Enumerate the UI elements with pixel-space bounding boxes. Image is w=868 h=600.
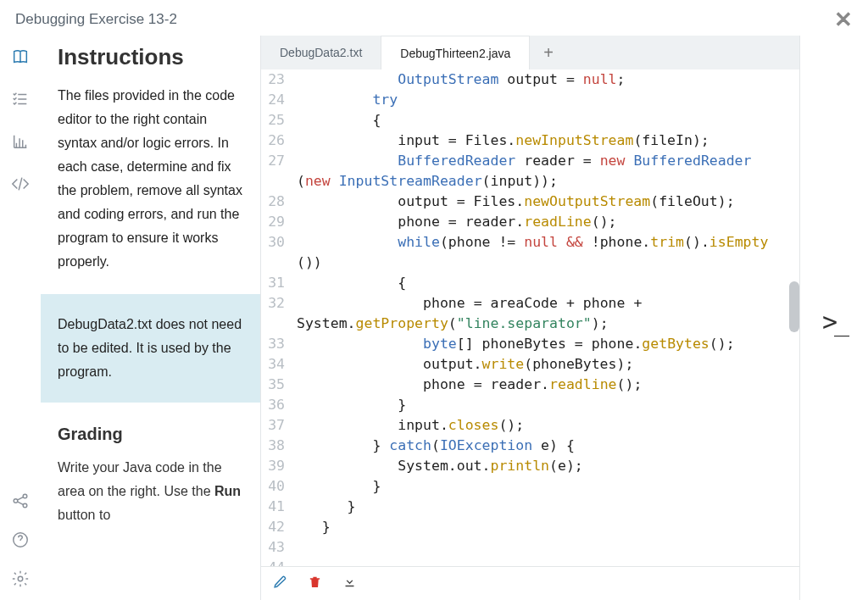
line-number: 27 (261, 151, 293, 171)
code-line[interactable]: 35 phone = reader.readline(); (261, 375, 799, 395)
line-number (261, 314, 293, 334)
code-text[interactable]: BufferedReader reader = new BufferedRead… (293, 151, 751, 171)
editor-tabs: DebugData2.txt DebugThirteen2.java + (261, 36, 799, 69)
line-number: 40 (261, 476, 293, 497)
line-number: 34 (261, 354, 293, 375)
line-number (261, 253, 293, 273)
grading-heading: Grading (58, 425, 243, 444)
code-line[interactable]: 28 output = Files.newOutputStream(fileOu… (261, 192, 799, 212)
line-number: 43 (261, 537, 293, 558)
chart-icon[interactable] (11, 132, 30, 154)
code-line[interactable]: 27 BufferedReader reader = new BufferedR… (261, 151, 799, 171)
edit-icon[interactable] (273, 575, 287, 592)
code-icon[interactable] (11, 175, 30, 197)
code-line[interactable]: 24 try (261, 90, 799, 110)
gear-icon[interactable] (11, 569, 30, 592)
code-text[interactable]: phone = reader.readLine(); (293, 212, 617, 232)
line-number: 33 (261, 334, 293, 354)
code-text[interactable]: while(phone != null && !phone.trim().isE… (293, 232, 768, 253)
code-line[interactable]: 25 { (261, 110, 799, 131)
tab-debugdata2[interactable]: DebugData2.txt (261, 36, 381, 69)
code-area[interactable]: 23 OutputStream output = null;24 try25 {… (261, 69, 799, 566)
code-text[interactable]: System.getProperty("line.separator"); (293, 314, 609, 334)
code-line[interactable]: 34 output.write(phoneBytes); (261, 354, 799, 375)
code-text[interactable]: input = Files.newInputStream(fileIn); (293, 131, 709, 151)
code-line[interactable]: 36 } (261, 395, 799, 415)
editor-footer (261, 566, 799, 600)
code-line[interactable]: 43 (261, 537, 799, 558)
help-icon[interactable] (11, 531, 30, 553)
line-number: 37 (261, 415, 293, 436)
code-line[interactable]: 37 input.closes(); (261, 415, 799, 436)
line-number: 36 (261, 395, 293, 415)
code-line[interactable]: 23 OutputStream output = null; (261, 69, 799, 90)
code-line[interactable]: 31 { (261, 273, 799, 293)
code-text[interactable]: phone = reader.readline(); (293, 375, 642, 395)
line-number: 24 (261, 90, 293, 110)
close-icon[interactable]: ✕ (834, 8, 853, 31)
code-text[interactable]: } (293, 517, 331, 537)
code-text[interactable]: output = Files.newOutputStream(fileOut); (293, 192, 735, 212)
instructions-note: DebugData2.txt does not need to be edite… (41, 294, 260, 403)
grading-section: Grading Write your Java code in the area… (41, 403, 260, 527)
instructions-panel: Instructions The files provided in the c… (41, 36, 261, 600)
line-number: 29 (261, 212, 293, 232)
icon-rail-bottom (11, 492, 30, 592)
code-line[interactable]: 44 (261, 558, 799, 566)
code-text[interactable] (293, 558, 297, 566)
code-text[interactable]: phone = areaCode + phone + (293, 293, 642, 314)
header: Debugging Exercise 13-2 ✕ (0, 0, 868, 36)
code-text[interactable]: } (293, 497, 356, 517)
terminal-icon[interactable]: >_ (822, 307, 846, 336)
icon-rail (0, 36, 41, 600)
book-icon[interactable] (11, 47, 30, 69)
code-text[interactable]: try (293, 90, 398, 110)
line-number: 44 (261, 558, 293, 566)
code-line[interactable]: 29 phone = reader.readLine(); (261, 212, 799, 232)
code-line[interactable]: System.getProperty("line.separator"); (261, 314, 799, 334)
share-icon[interactable] (11, 492, 30, 514)
code-line[interactable]: (new InputStreamReader(input)); (261, 171, 799, 192)
line-number: 28 (261, 192, 293, 212)
tab-debugthirteen2[interactable]: DebugThirteen2.java (381, 36, 530, 69)
code-text[interactable]: byte[] phoneBytes = phone.getBytes(); (293, 334, 735, 354)
code-text[interactable]: (new InputStreamReader(input)); (293, 171, 558, 192)
code-text[interactable]: } catch(IOException e) { (293, 436, 575, 456)
add-tab-button[interactable]: + (530, 43, 567, 63)
terminal-rail[interactable]: >_ (800, 36, 868, 600)
trash-icon[interactable] (308, 575, 322, 592)
code-line[interactable]: 38 } catch(IOException e) { (261, 436, 799, 456)
code-text[interactable]: { (293, 110, 381, 131)
code-line[interactable]: ()) (261, 253, 799, 273)
code-text[interactable]: OutputStream output = null; (293, 69, 625, 90)
code-line[interactable]: 33 byte[] phoneBytes = phone.getBytes(); (261, 334, 799, 354)
code-text[interactable]: } (293, 476, 381, 497)
code-line[interactable]: 41 } (261, 497, 799, 517)
code-line[interactable]: 39 System.out.println(e); (261, 456, 799, 476)
line-number: 41 (261, 497, 293, 517)
code-text[interactable]: { (293, 273, 406, 293)
code-text[interactable]: input.closes(); (293, 415, 524, 436)
line-number: 35 (261, 375, 293, 395)
code-text[interactable]: ()) (293, 253, 322, 273)
code-text[interactable]: output.write(phoneBytes); (293, 354, 633, 375)
line-number: 39 (261, 456, 293, 476)
code-line[interactable]: 32 phone = areaCode + phone + (261, 293, 799, 314)
code-text[interactable]: System.out.println(e); (293, 456, 583, 476)
checklist-icon[interactable] (11, 90, 30, 112)
line-number: 42 (261, 517, 293, 537)
line-number: 23 (261, 69, 293, 90)
line-number (261, 171, 293, 192)
scrollbar-thumb[interactable] (789, 281, 799, 332)
code-text[interactable]: } (293, 395, 406, 415)
grading-body: Write your Java code in the area on the … (58, 456, 243, 527)
code-line[interactable]: 30 while(phone != null && !phone.trim().… (261, 232, 799, 253)
code-text[interactable] (293, 537, 297, 558)
line-number: 25 (261, 110, 293, 131)
code-line[interactable]: 42 } (261, 517, 799, 537)
code-line[interactable]: 26 input = Files.newInputStream(fileIn); (261, 131, 799, 151)
code-line[interactable]: 40 } (261, 476, 799, 497)
download-icon[interactable] (342, 575, 357, 592)
line-number: 38 (261, 436, 293, 456)
line-number: 30 (261, 232, 293, 253)
